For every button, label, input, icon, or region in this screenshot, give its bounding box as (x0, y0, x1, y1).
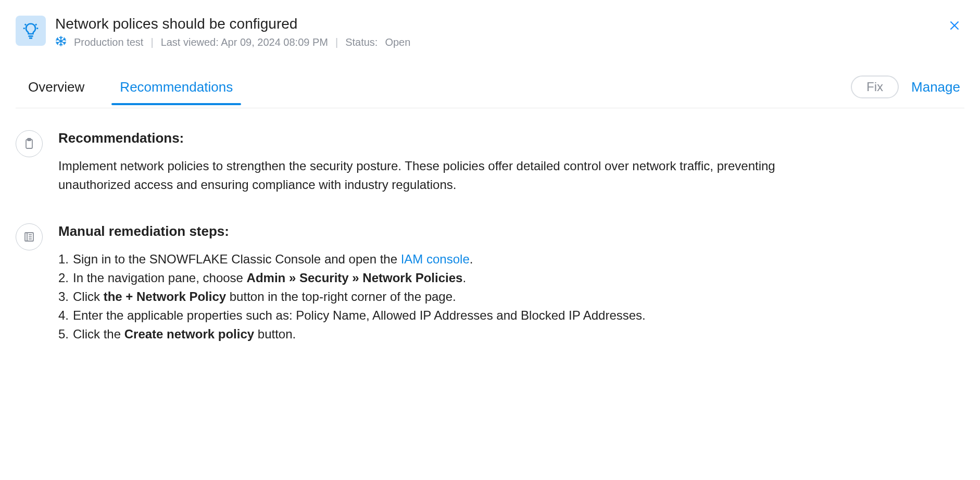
snowflake-icon (55, 35, 67, 49)
step-text-frag: Sign in to the SNOWFLAKE Classic Console… (73, 252, 401, 266)
header-texts: Network polices should be configured (55, 16, 964, 49)
recommendations-body: Recommendations: Implement network polic… (58, 130, 798, 194)
page-title: Network polices should be configured (55, 16, 964, 32)
meta-row: Production test | Last viewed: Apr 09, 2… (55, 35, 964, 49)
step-number: 2. (58, 269, 69, 287)
manage-link[interactable]: Manage (911, 79, 960, 95)
step-text-bold: Admin » Security » Network Policies (247, 271, 463, 285)
step-text: Enter the applicable properties such as:… (73, 306, 646, 325)
remediation-body: Manual remediation steps: 1. Sign in to … (58, 223, 798, 344)
remediation-title: Manual remediation steps: (58, 223, 798, 239)
svg-line-4 (25, 24, 26, 25)
recommendations-text: Implement network policies to strengthen… (58, 157, 798, 194)
step-text-frag: . (462, 271, 466, 285)
step-number: 5. (58, 325, 69, 344)
step-3: 3. Click the + Network Policy button in … (58, 287, 798, 306)
lightbulb-icon (16, 16, 46, 46)
iam-console-link[interactable]: IAM console (401, 252, 470, 266)
tabs-row: Overview Recommendations Fix Manage (16, 75, 964, 108)
meta-separator: | (335, 36, 338, 48)
tab-overview[interactable]: Overview (23, 79, 90, 105)
last-viewed-label: Last viewed: Apr 09, 2024 08:09 PM (161, 36, 328, 48)
svg-line-5 (35, 24, 36, 25)
status-label: Status: (345, 36, 378, 48)
environment-label: Production test (74, 36, 143, 48)
tabs-actions: Fix Manage (851, 75, 964, 108)
header: Network polices should be configured (16, 16, 964, 49)
step-5: 5. Click the Create network policy butto… (58, 325, 798, 344)
status-value: Open (385, 36, 410, 48)
step-text: Sign in to the SNOWFLAKE Classic Console… (73, 250, 473, 269)
recommendations-section: Recommendations: Implement network polic… (16, 130, 964, 194)
clipboard-icon (16, 130, 43, 157)
tab-recommendations[interactable]: Recommendations (115, 79, 238, 105)
step-4: 4. Enter the applicable properties such … (58, 306, 798, 325)
step-1: 1. Sign in to the SNOWFLAKE Classic Cons… (58, 250, 798, 269)
step-number: 4. (58, 306, 69, 325)
fix-button[interactable]: Fix (851, 75, 899, 98)
step-text: Click the + Network Policy button in the… (73, 287, 456, 306)
step-text-bold: Create network policy (124, 327, 254, 341)
content: Recommendations: Implement network polic… (16, 108, 964, 344)
step-text: In the navigation pane, choose Admin » S… (73, 269, 466, 287)
step-text-frag: button. (254, 327, 296, 341)
close-button[interactable] (948, 19, 961, 34)
step-text-frag: In the navigation pane, choose (73, 271, 247, 285)
step-text-frag: Click the (73, 327, 124, 341)
meta-separator: | (150, 36, 153, 48)
step-text-frag: button in the top-right corner of the pa… (226, 289, 456, 304)
recommendations-title: Recommendations: (58, 130, 798, 146)
step-text-frag: . (470, 252, 473, 266)
step-text: Click the Create network policy button. (73, 325, 296, 344)
remediation-steps: 1. Sign in to the SNOWFLAKE Classic Cons… (58, 250, 798, 344)
step-text-frag: Click (73, 289, 104, 304)
step-2: 2. In the navigation pane, choose Admin … (58, 269, 798, 287)
step-number: 1. (58, 250, 69, 269)
step-number: 3. (58, 287, 69, 306)
step-text-bold: the + Network Policy (104, 289, 226, 304)
tabs: Overview Recommendations (16, 79, 238, 105)
remediation-section: Manual remediation steps: 1. Sign in to … (16, 223, 964, 344)
steps-icon (16, 223, 43, 250)
